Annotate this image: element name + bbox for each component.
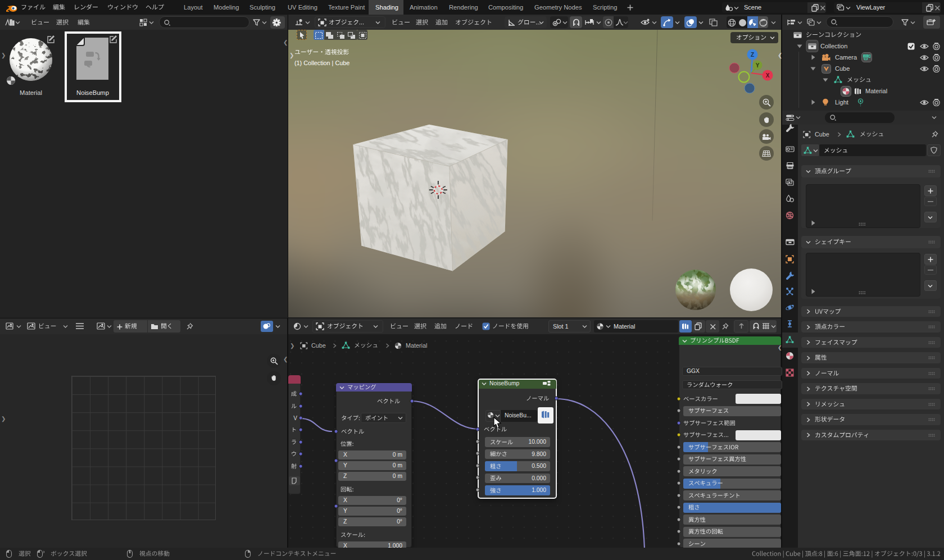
svg-text:X: X: [766, 72, 770, 79]
svg-text:Y: Y: [756, 62, 760, 69]
svg-text:Z: Z: [751, 52, 754, 58]
